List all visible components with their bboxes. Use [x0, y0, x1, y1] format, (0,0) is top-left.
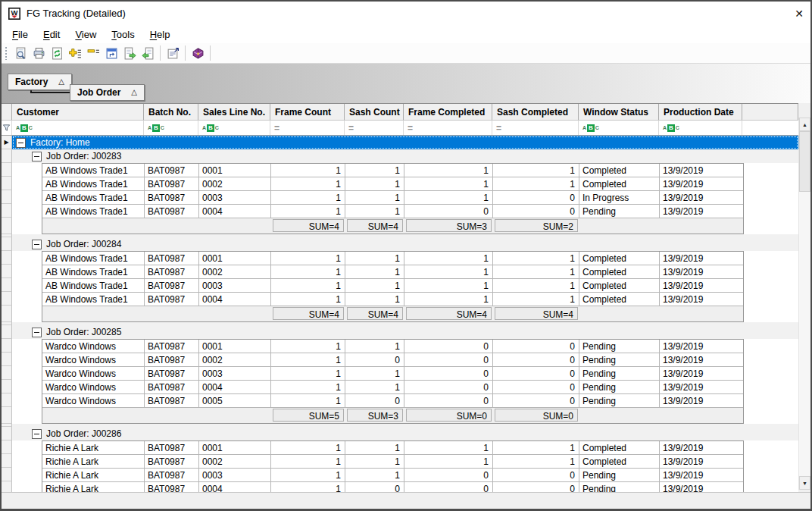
cell-production_date[interactable]: 13/9/2019: [660, 482, 743, 492]
cell-sales_line_no[interactable]: 0001: [199, 340, 271, 353]
table-row[interactable]: AB Windows Trade1BAT098700021111Complete…: [42, 265, 743, 279]
table-row[interactable]: Richie A LarkBAT098700041000Pending13/9/…: [42, 482, 743, 492]
group-by-button-job-order[interactable]: Job Order△: [70, 84, 145, 101]
cell-frame_completed[interactable]: 1: [404, 252, 493, 265]
cell-sash_count[interactable]: 1: [345, 177, 404, 190]
table-row[interactable]: Richie A LarkBAT098700031100Pending13/9/…: [42, 469, 743, 482]
cell-sash_completed[interactable]: 0: [493, 191, 579, 204]
cell-frame_completed[interactable]: 0: [404, 367, 493, 380]
cell-sales_line_no[interactable]: 0002: [199, 353, 271, 366]
cell-production_date[interactable]: 13/9/2019: [660, 265, 743, 278]
column-header-production_date[interactable]: Production Date: [659, 104, 742, 120]
table-row[interactable]: Wardco WindowsBAT098700011100Pending13/9…: [42, 340, 743, 353]
filter-cell-window_status[interactable]: ABC: [579, 121, 659, 135]
cell-frame_completed[interactable]: 0: [404, 340, 493, 353]
print-icon[interactable]: [30, 45, 48, 61]
cell-customer[interactable]: AB Windows Trade1: [42, 279, 145, 292]
cell-frame_count[interactable]: 1: [271, 455, 345, 468]
filter-cell-sash_completed[interactable]: =: [492, 121, 579, 135]
cell-batch_no[interactable]: BAT0987: [145, 164, 199, 177]
cell-batch_no[interactable]: BAT0987: [145, 367, 199, 380]
cell-batch_no[interactable]: BAT0987: [145, 482, 199, 492]
cell-frame_completed[interactable]: 1: [404, 441, 493, 454]
cell-sash_count[interactable]: 0: [345, 482, 404, 492]
job-order-group-row-content[interactable]: Job Order: J00286: [12, 427, 798, 440]
cell-sales_line_no[interactable]: 0004: [199, 482, 271, 492]
cell-window_status[interactable]: Completed: [579, 279, 660, 292]
cell-sash_completed[interactable]: 1: [493, 279, 579, 292]
column-header-batch_no[interactable]: Batch No.: [144, 104, 198, 120]
menu-item-edit[interactable]: Edit: [36, 27, 67, 42]
cell-sales_line_no[interactable]: 0003: [199, 191, 271, 204]
cell-sash_completed[interactable]: 1: [493, 252, 579, 265]
cell-window_status[interactable]: Completed: [579, 455, 660, 468]
cell-window_status[interactable]: In Progress: [579, 191, 660, 204]
cell-frame_count[interactable]: 1: [271, 293, 345, 306]
cell-window_status[interactable]: Completed: [579, 441, 660, 454]
filter-cell-production_date[interactable]: ABC: [659, 121, 742, 135]
cell-production_date[interactable]: 13/9/2019: [660, 293, 743, 306]
cell-frame_completed[interactable]: 1: [404, 279, 493, 292]
cell-sash_completed[interactable]: 0: [493, 482, 579, 492]
cell-window_status[interactable]: Completed: [579, 265, 660, 278]
menu-item-file[interactable]: File: [5, 27, 36, 42]
collapse-group-icon[interactable]: [32, 240, 42, 249]
cell-frame_count[interactable]: 1: [271, 205, 345, 218]
cell-batch_no[interactable]: BAT0987: [145, 394, 199, 407]
cell-frame_completed[interactable]: 0: [404, 205, 493, 218]
collapse-group-icon[interactable]: [32, 429, 42, 439]
cell-frame_completed[interactable]: 1: [404, 191, 493, 204]
cell-sash_completed[interactable]: 0: [493, 353, 579, 366]
cell-window_status[interactable]: Completed: [579, 293, 660, 306]
cell-batch_no[interactable]: BAT0987: [145, 191, 199, 204]
cell-sales_line_no[interactable]: 0003: [199, 367, 271, 380]
cell-production_date[interactable]: 13/9/2019: [660, 469, 743, 481]
cell-customer[interactable]: AB Windows Trade1: [42, 205, 145, 218]
cell-frame_completed[interactable]: 0: [404, 394, 493, 407]
cell-sash_completed[interactable]: 0: [493, 469, 579, 481]
cell-frame_count[interactable]: 1: [271, 164, 345, 177]
cell-sash_count[interactable]: 1: [345, 191, 404, 204]
job-order-group-row[interactable]: Job Order: J00286: [2, 427, 798, 440]
cell-frame_completed[interactable]: 1: [404, 164, 493, 177]
cell-sash_completed[interactable]: 0: [493, 394, 579, 407]
cell-frame_completed[interactable]: 0: [404, 381, 493, 393]
cell-window_status[interactable]: Completed: [579, 177, 660, 190]
cell-batch_no[interactable]: BAT0987: [145, 205, 199, 218]
cell-customer[interactable]: AB Windows Trade1: [42, 265, 145, 278]
filter-cell-batch_no[interactable]: ABC: [144, 121, 198, 135]
cell-customer[interactable]: Richie A Lark: [42, 441, 145, 454]
cell-frame_completed[interactable]: 0: [404, 469, 493, 481]
cell-frame_completed[interactable]: 1: [404, 455, 493, 468]
cell-customer[interactable]: Richie A Lark: [42, 469, 145, 481]
cell-sales_line_no[interactable]: 0003: [199, 469, 271, 481]
group-by-panel[interactable]: Factory△Job Order△: [2, 64, 810, 103]
table-row[interactable]: Wardco WindowsBAT098700031100Pending13/9…: [42, 367, 743, 381]
cell-frame_count[interactable]: 1: [271, 394, 345, 407]
cell-frame_count[interactable]: 1: [271, 367, 345, 380]
cell-customer[interactable]: Wardco Windows: [42, 367, 145, 380]
filter-cell-frame_count[interactable]: =: [270, 121, 345, 135]
cell-window_status[interactable]: Pending: [579, 469, 660, 481]
show-group-panel-icon[interactable]: [102, 45, 120, 61]
cell-window_status[interactable]: Pending: [579, 381, 660, 393]
cell-window_status[interactable]: Pending: [579, 353, 660, 366]
expand-all-icon[interactable]: [66, 45, 84, 61]
cell-production_date[interactable]: 13/9/2019: [660, 340, 743, 353]
collapse-all-icon[interactable]: [84, 45, 102, 61]
cell-sash_count[interactable]: 1: [345, 340, 404, 353]
filter-cell-sash_count[interactable]: =: [345, 121, 404, 135]
job-order-group-row[interactable]: Job Order: J00285: [2, 325, 798, 339]
filter-funnel-icon[interactable]: [2, 121, 12, 135]
cell-customer[interactable]: Wardco Windows: [42, 394, 145, 407]
cell-customer[interactable]: AB Windows Trade1: [42, 177, 145, 190]
menu-item-tools[interactable]: Tools: [104, 27, 142, 42]
cell-frame_count[interactable]: 1: [271, 177, 345, 190]
column-header-sash_completed[interactable]: Sash Completed: [492, 104, 579, 120]
job-order-group-row-content[interactable]: Job Order: J00285: [12, 325, 798, 339]
cell-sash_completed[interactable]: 1: [493, 265, 579, 278]
cell-production_date[interactable]: 13/9/2019: [660, 353, 743, 366]
cell-frame_count[interactable]: 1: [271, 381, 345, 393]
cell-sash_count[interactable]: 1: [345, 279, 404, 292]
cell-customer[interactable]: Wardco Windows: [42, 353, 145, 366]
